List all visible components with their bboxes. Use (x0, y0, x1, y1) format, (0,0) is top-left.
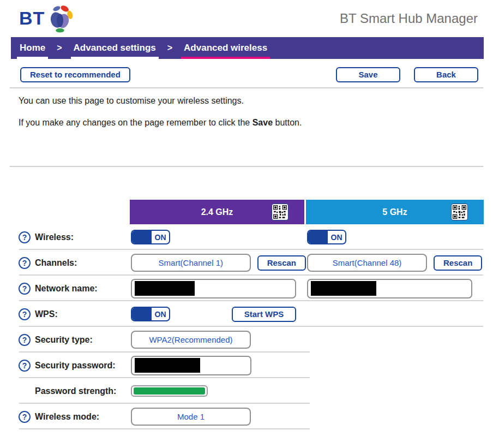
nav-item-advanced-settings[interactable]: Advanced settings (74, 37, 156, 59)
nav-item-home[interactable]: Home (20, 37, 45, 59)
breadcrumb: Home > Advanced settings > Advanced wire… (11, 37, 484, 59)
help-icon[interactable]: ? (19, 334, 31, 346)
setting-row-wireless: ? Wireless: ON ON (11, 224, 484, 250)
page-title: BT Smart Hub Manager (340, 11, 478, 26)
wireless-toggle-24ghz[interactable]: ON (131, 230, 170, 244)
toolbar: Reset to recommended Save Back (20, 67, 478, 82)
nav-advanced-wireless-underline-active (181, 57, 270, 59)
network-name-label: Network name: (35, 284, 98, 294)
bt-logo: BT (19, 4, 74, 33)
password-strength-meter (131, 385, 208, 397)
divider (10, 87, 483, 88)
channel-select-24ghz[interactable]: Smart(Channel 1) (131, 254, 251, 272)
help-icon[interactable]: ? (19, 308, 31, 320)
save-button[interactable]: Save (336, 67, 400, 82)
redacted-value (135, 281, 195, 296)
qr-code-icon[interactable] (451, 204, 468, 220)
setting-row-password-strength: Password strength: (11, 378, 484, 404)
help-icon[interactable]: ? (19, 360, 31, 372)
divider (10, 166, 483, 167)
page-header: BT BT Smart Hub Manager (0, 0, 493, 37)
reset-to-recommended-button[interactable]: Reset to recommended (20, 67, 130, 82)
wireless-mode-select[interactable]: Mode 1 (131, 408, 251, 426)
band-header-row: 2.4 GHz 5 GHz (11, 200, 484, 224)
setting-row-network-name: ? Network name: (11, 276, 484, 301)
start-wps-button[interactable]: Start WPS (232, 307, 296, 322)
help-icon[interactable]: ? (19, 283, 31, 295)
nav-item-home-label: Home (20, 43, 45, 53)
rescan-button-5ghz[interactable]: Rescan (434, 255, 482, 271)
toggle-knob (132, 231, 152, 243)
wireless-label: Wireless: (35, 232, 74, 242)
bt-logo-text: BT (19, 4, 45, 32)
wps-label: WPS: (35, 309, 58, 319)
network-name-input-24ghz[interactable] (131, 279, 296, 298)
rescan-button-24ghz[interactable]: Rescan (257, 255, 306, 271)
security-type-select[interactable]: WPA2(Recommended) (131, 331, 251, 349)
band-5-label: 5 GHz (382, 207, 407, 217)
bt-globe-icon (46, 4, 74, 33)
band-24-label: 2.4 GHz (201, 207, 233, 217)
help-icon[interactable]: ? (19, 257, 31, 269)
password-strength-fill (134, 387, 205, 395)
intro-line-1: You can use this page to customise your … (19, 96, 493, 106)
redacted-value (135, 358, 200, 373)
bt-smart-hub-page: BT BT Smart Hub Manager Home > Advanced … (0, 0, 493, 448)
chevron-right-icon: > (57, 43, 62, 53)
toggle-state-label: ON (328, 231, 345, 243)
wireless-settings-table: 2.4 GHz 5 GHz (11, 200, 484, 429)
security-password-label: Security password: (35, 361, 116, 371)
wps-toggle[interactable]: ON (131, 307, 170, 321)
setting-row-wps: ? WPS: ON Start WPS (11, 301, 484, 327)
toggle-state-label: ON (152, 231, 169, 243)
redacted-value (311, 281, 376, 296)
nav-home-underline (17, 57, 48, 59)
security-password-input[interactable] (131, 356, 251, 375)
wireless-mode-label: Wireless mode: (35, 412, 99, 422)
setting-row-channels: ? Channels: Smart(Channel 1) Rescan Smar… (11, 250, 484, 276)
help-icon[interactable]: ? (19, 411, 31, 423)
nav-item-advanced-settings-label: Advanced settings (74, 43, 156, 53)
setting-row-security-password: ? Security password: (11, 353, 484, 378)
help-icon[interactable]: ? (19, 231, 31, 243)
toggle-state-label: ON (152, 308, 169, 320)
channel-select-5ghz[interactable]: Smart(Channel 48) (307, 254, 427, 272)
network-name-input-5ghz[interactable] (307, 279, 472, 298)
nav-item-advanced-wireless-label: Advanced wireless (184, 43, 267, 53)
channels-label: Channels: (35, 258, 77, 268)
chevron-right-icon: > (167, 43, 172, 53)
toggle-knob (132, 308, 152, 320)
band-5-header: 5 GHz (306, 200, 484, 224)
password-strength-label: Password strength: (35, 386, 116, 396)
security-type-label: Security type: (35, 335, 93, 345)
setting-row-wireless-mode: ? Wireless mode: Mode 1 (11, 404, 484, 429)
toggle-knob (308, 231, 328, 243)
intro-line-2: If you make any changes on the page reme… (19, 118, 493, 128)
band-24-header: 2.4 GHz (130, 200, 304, 224)
wireless-toggle-5ghz[interactable]: ON (307, 230, 346, 244)
nav-advanced-settings-underline (71, 57, 159, 59)
nav-item-advanced-wireless[interactable]: Advanced wireless (184, 37, 267, 59)
setting-row-security-type: ? Security type: WPA2(Recommended) (11, 327, 484, 353)
row-divider (19, 428, 310, 429)
qr-code-icon[interactable] (272, 204, 288, 220)
back-button[interactable]: Back (414, 67, 478, 82)
